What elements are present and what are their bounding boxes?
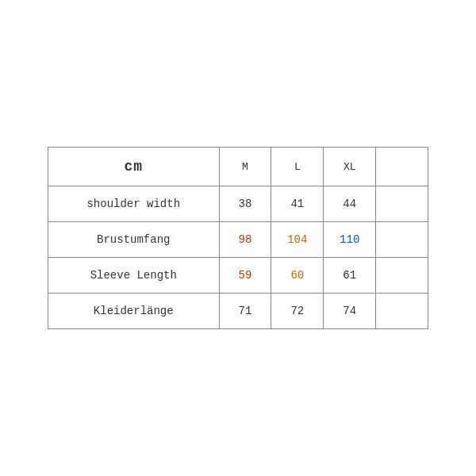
table-row: Brustumfang 98 104 110 xyxy=(48,222,428,258)
row-shoulder-extra xyxy=(376,186,428,222)
row-shoulder-xl: 44 xyxy=(324,186,376,222)
row-kleid-l: 72 xyxy=(271,294,324,329)
table-header-row: cm M L XL xyxy=(48,148,428,186)
size-chart-container: cm M L XL shoulder width 38 41 44 Brustu… xyxy=(48,147,428,329)
row-sleeve-m: 59 xyxy=(219,258,271,294)
row-sleeve-l: 60 xyxy=(271,258,324,294)
row-shoulder-l: 41 xyxy=(271,186,324,222)
header-xl: XL xyxy=(324,148,376,186)
table-row: Sleeve Length 59 60 61 xyxy=(48,258,428,294)
row-kleid-extra xyxy=(376,294,428,329)
row-label-sleeve: Sleeve Length xyxy=(48,258,220,294)
header-l: L xyxy=(271,148,324,186)
row-label-shoulder: shoulder width xyxy=(48,186,220,222)
size-table: cm M L XL shoulder width 38 41 44 Brustu… xyxy=(48,147,428,329)
row-label-brust: Brustumfang xyxy=(48,222,220,258)
header-cm: cm xyxy=(48,148,220,186)
row-brust-m: 98 xyxy=(219,222,271,258)
row-label-kleid: Kleiderlänge xyxy=(48,294,220,329)
row-brust-extra xyxy=(376,222,428,258)
row-brust-xl: 110 xyxy=(324,222,376,258)
table-row: shoulder width 38 41 44 xyxy=(48,186,428,222)
header-extra xyxy=(376,148,428,186)
row-brust-l: 104 xyxy=(271,222,324,258)
row-kleid-m: 71 xyxy=(219,294,271,329)
row-sleeve-xl: 61 xyxy=(324,258,376,294)
row-sleeve-extra xyxy=(376,258,428,294)
row-kleid-xl: 74 xyxy=(324,294,376,329)
row-shoulder-m: 38 xyxy=(219,186,271,222)
table-row: Kleiderlänge 71 72 74 xyxy=(48,294,428,329)
header-m: M xyxy=(219,148,271,186)
